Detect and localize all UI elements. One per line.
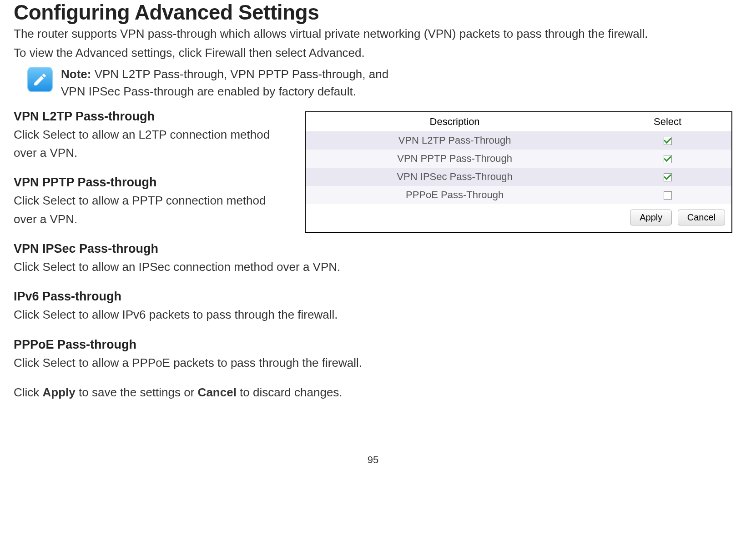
note-line-2: VPN IPSec Pass-through are enabled by fa… [61, 85, 356, 98]
intro-line-1: The router supports VPN pass-through whi… [14, 25, 732, 43]
note-text: Note: VPN L2TP Pass-through, VPN PPTP Pa… [61, 66, 388, 100]
section-pppoe: PPPoE Pass-through Click Select to allow… [14, 338, 560, 372]
row-description: VPN L2TP Pass-Through [306, 131, 604, 150]
intro-line-2: To view the Advanced settings, click Fir… [14, 45, 732, 62]
panel-footer: Apply Cancel [306, 204, 731, 232]
table-row: VPN L2TP Pass-Through [306, 131, 731, 150]
apply-cancel-line: Click Apply to save the settings or Canc… [14, 385, 732, 400]
col-select: Select [604, 112, 731, 131]
section-l2tp: VPN L2TP Pass-through Click Select to al… [14, 110, 287, 162]
apply-mid: to save the settings or [76, 385, 198, 399]
section-title: PPPoE Pass-through [14, 338, 560, 352]
apply-post: to discard changes. [237, 385, 343, 399]
checkbox-pptp[interactable] [664, 155, 672, 163]
section-body: Click Select to allow an IPSec connectio… [14, 258, 560, 276]
checkbox-l2tp[interactable] [664, 137, 672, 145]
cancel-word: Cancel [198, 385, 237, 399]
table-row: PPPoE Pass-Through [306, 186, 731, 204]
section-ipsec: VPN IPSec Pass-through Click Select to a… [14, 242, 560, 276]
cancel-button[interactable]: Cancel [678, 210, 725, 225]
settings-panel: Description Select VPN L2TP Pass-Through… [305, 111, 732, 233]
section-body: Click Select to allow IPv6 packets to pa… [14, 305, 560, 324]
section-title: IPv6 Pass-through [14, 290, 560, 304]
checkbox-pppoe[interactable] [664, 191, 672, 200]
apply-word: Apply [43, 385, 76, 399]
table-row: VPN PPTP Pass-Through [306, 150, 731, 168]
section-ipv6: IPv6 Pass-through Click Select to allow … [14, 290, 560, 324]
section-title: VPN PPTP Pass-through [14, 175, 287, 190]
settings-table: Description Select VPN L2TP Pass-Through… [306, 112, 731, 204]
row-description: VPN PPTP Pass-Through [306, 150, 604, 168]
section-title: VPN L2TP Pass-through [14, 110, 287, 124]
section-pptp: VPN PPTP Pass-through Click Select to al… [14, 175, 287, 228]
apply-pre: Click [14, 385, 43, 399]
pencil-icon [32, 72, 48, 87]
note-label: Note: [61, 67, 91, 81]
note-line-1: VPN L2TP Pass-through, VPN PPTP Pass-thr… [91, 67, 388, 81]
section-title: VPN IPSec Pass-through [14, 242, 560, 256]
section-body: Click Select to allow an L2TP connection… [14, 125, 287, 162]
row-description: VPN IPSec Pass-Through [306, 168, 604, 186]
note-block: Note: VPN L2TP Pass-through, VPN PPTP Pa… [27, 66, 732, 100]
page-title: Configuring Advanced Settings [14, 0, 732, 25]
page-number: 95 [14, 454, 732, 466]
pencil-note-icon [27, 67, 53, 92]
section-body: Click Select to allow a PPPoE packets to… [14, 354, 560, 372]
apply-button[interactable]: Apply [630, 210, 672, 225]
table-row: VPN IPSec Pass-Through [306, 168, 731, 186]
col-description: Description [306, 112, 604, 131]
section-body: Click Select to allow a PPTP connection … [14, 191, 287, 228]
checkbox-ipsec[interactable] [664, 173, 672, 181]
row-description: PPPoE Pass-Through [306, 186, 604, 204]
